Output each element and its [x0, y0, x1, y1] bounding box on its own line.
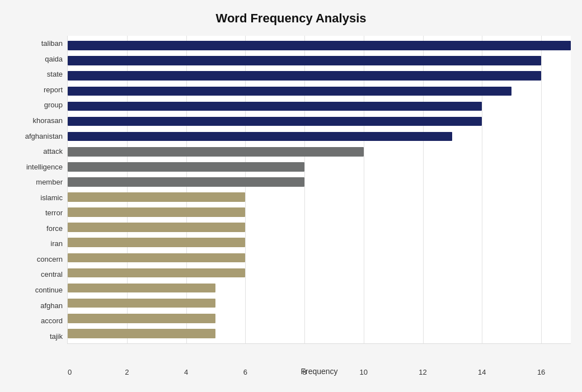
bar	[68, 284, 215, 293]
bar-row	[68, 174, 571, 190]
bar	[68, 117, 482, 126]
bar	[68, 253, 245, 263]
chart-title: Word Frequency Analysis	[11, 11, 571, 26]
y-label: afghan	[40, 297, 63, 313]
bar-row	[68, 144, 571, 159]
bar-row	[68, 190, 571, 205]
bar	[68, 268, 245, 278]
bar-row	[68, 68, 571, 83]
y-label: terror	[45, 205, 63, 221]
y-label: state	[47, 67, 63, 82]
y-label: report	[44, 82, 63, 98]
bar-row	[68, 205, 571, 220]
bar	[68, 87, 511, 96]
y-label: central	[41, 267, 63, 282]
y-label: taliban	[41, 36, 63, 51]
bar-row	[68, 159, 571, 174]
chart-container: Word Frequency Analysis talibanqaidastat…	[0, 0, 582, 392]
y-label: iran	[50, 236, 63, 252]
y-label: member	[36, 174, 63, 190]
chart-area: talibanqaidastatereportgroupkhorasanafgh…	[11, 36, 571, 344]
bar-row	[68, 129, 571, 144]
bar-row	[68, 98, 571, 114]
y-label: attack	[43, 144, 63, 159]
bar-row	[68, 250, 571, 265]
y-label: khorasan	[33, 113, 63, 129]
y-label: afghanistan	[25, 128, 63, 144]
y-label: islamic	[40, 190, 63, 205]
bar	[68, 314, 215, 323]
bar-row	[68, 114, 571, 129]
bar	[68, 71, 541, 81]
y-label: group	[44, 97, 63, 113]
y-label: force	[46, 221, 63, 237]
bar	[68, 147, 364, 157]
y-label: concern	[37, 252, 63, 267]
bar-row	[68, 311, 571, 326]
y-label: accord	[41, 313, 63, 329]
bar	[68, 177, 304, 187]
bar	[68, 223, 245, 232]
bar	[68, 238, 245, 247]
x-axis-label: Frequency	[68, 367, 571, 376]
y-label: tajik	[50, 328, 63, 344]
bar-row	[68, 296, 571, 311]
bar	[68, 329, 215, 338]
bar	[68, 162, 304, 172]
bar	[68, 132, 452, 141]
plot-area: 0246810121416 Frequency	[67, 36, 571, 344]
bar-row	[68, 235, 571, 250]
y-axis: talibanqaidastatereportgroupkhorasanafgh…	[11, 36, 67, 344]
bar	[68, 41, 571, 50]
bar	[68, 56, 541, 65]
bar	[68, 192, 245, 202]
bar-row	[68, 83, 571, 98]
y-label: intelligence	[26, 159, 63, 174]
bar	[68, 299, 215, 308]
bar-row	[68, 281, 571, 296]
bars-container	[68, 36, 571, 343]
bar-row	[68, 38, 571, 53]
bar-row	[68, 220, 571, 235]
bar	[68, 102, 482, 111]
bar-row	[68, 326, 571, 341]
bar-row	[68, 265, 571, 280]
bar-row	[68, 53, 571, 68]
y-label: qaida	[45, 51, 63, 67]
y-label: continue	[35, 282, 63, 298]
bar	[68, 207, 245, 217]
